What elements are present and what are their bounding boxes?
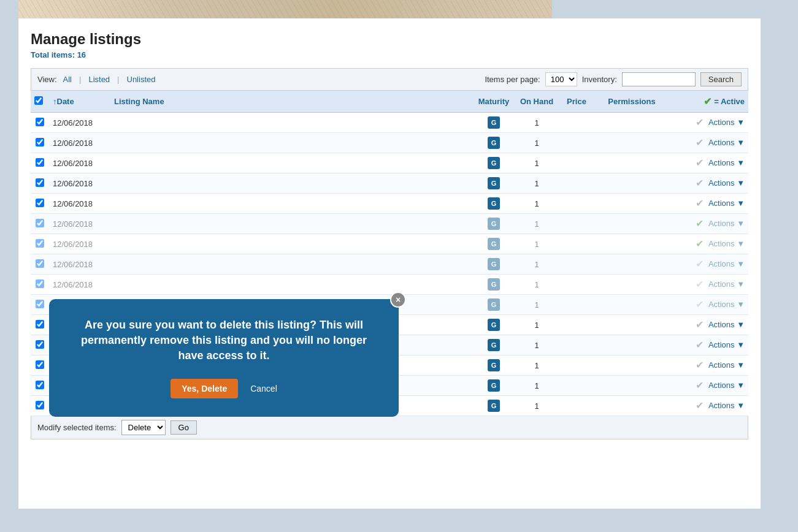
modal-close-button[interactable]: × [390,292,406,308]
row-checkbox[interactable] [36,381,44,389]
inventory-input[interactable] [622,72,696,86]
row-actions-button[interactable]: Actions ▼ [708,178,745,188]
row-on-hand: 1 [515,396,558,416]
row-actions-button[interactable]: Actions ▼ [708,239,745,248]
row-price [558,295,595,315]
yes-delete-button[interactable]: Yes, Delete [171,379,238,398]
row-maturity: G [472,335,515,355]
row-active-checkmark: ✔ [696,258,704,270]
row-checkbox[interactable] [36,300,44,308]
row-actions-button[interactable]: Actions ▼ [708,320,745,329]
row-on-hand: 1 [515,194,558,214]
modal-message: Are you sure you want to delete this lis… [74,317,374,364]
row-date: 12/06/2018 [49,194,110,214]
row-active-checkmark: ✔ [696,400,704,411]
row-maturity: G [472,254,515,275]
row-active-actions: ✔Actions ▼ [669,214,748,233]
row-maturity: G [472,376,515,396]
row-price [558,275,595,295]
select-all-checkbox[interactable] [34,96,43,105]
modal-actions: Yes, Delete Cancel [74,379,374,398]
row-checkbox[interactable] [36,259,44,268]
row-checkbox[interactable] [36,320,44,329]
row-permissions [595,133,669,153]
row-listing-name [110,275,472,295]
row-on-hand: 1 [515,275,558,295]
row-checkbox[interactable] [36,118,44,126]
table-row: 12/06/2018G1✔Actions ▼ [31,153,748,173]
cancel-link[interactable]: Cancel [250,384,277,393]
row-active-actions: ✔Actions ▼ [669,173,748,192]
row-checkbox[interactable] [36,158,44,167]
row-on-hand: 1 [515,173,558,194]
row-permissions [595,315,669,335]
row-actions-button[interactable]: Actions ▼ [708,219,745,228]
row-actions-button[interactable]: Actions ▼ [708,138,745,147]
row-actions-button[interactable]: Actions ▼ [708,300,745,309]
row-actions-button[interactable]: Actions ▼ [708,118,745,127]
footer-bar: Modify selected items: Delete Go [31,416,748,439]
row-date: 12/06/2018 [49,113,110,133]
row-checkbox[interactable] [36,178,44,187]
row-active-actions: ✔Actions ▼ [669,315,748,334]
row-actions-button[interactable]: Actions ▼ [708,199,745,208]
row-active-checkmark: ✔ [696,157,704,169]
search-button[interactable]: Search [700,72,742,86]
row-listing-name [110,234,472,254]
modify-select[interactable]: Delete [121,420,166,435]
go-button[interactable]: Go [171,420,197,435]
row-actions-button[interactable]: Actions ▼ [708,360,745,370]
row-maturity: G [472,214,515,234]
row-price [558,254,595,275]
row-maturity: G [472,173,515,194]
view-label: View: [37,75,57,84]
page-title: Manage listings [31,31,748,48]
per-page-select[interactable]: 100 [545,72,577,86]
row-on-hand: 1 [515,315,558,335]
header-on-hand: On Hand [515,91,558,113]
row-actions-button[interactable]: Actions ▼ [708,381,745,390]
row-maturity: G [472,113,515,133]
row-on-hand: 1 [515,254,558,275]
table-header-row: ↑Date Listing Name Maturity On Hand Pric… [31,91,748,113]
row-permissions [595,234,669,254]
row-checkbox[interactable] [36,401,44,409]
row-active-checkmark: ✔ [696,238,704,249]
row-maturity: G [472,295,515,315]
row-actions-button[interactable]: Actions ▼ [708,340,745,349]
table-row: 12/06/2018G1✔Actions ▼ [31,133,748,153]
row-checkbox[interactable] [36,138,44,146]
header-date[interactable]: ↑Date [49,91,110,113]
row-checkbox[interactable] [36,239,44,248]
row-date: 12/06/2018 [49,173,110,194]
row-actions-button[interactable]: Actions ▼ [708,259,745,268]
row-active-checkmark: ✔ [696,379,704,391]
row-on-hand: 1 [515,376,558,396]
row-actions-button[interactable]: Actions ▼ [708,279,745,289]
table-row: 12/06/2018G1✔Actions ▼ [31,113,748,133]
row-checkbox[interactable] [36,279,44,288]
row-on-hand: 1 [515,214,558,234]
view-unlisted-link[interactable]: Unlisted [127,75,156,84]
row-on-hand: 1 [515,153,558,173]
row-permissions [595,113,669,133]
row-listing-name [110,173,472,194]
active-checkmark-icon: ✔ [704,96,712,107]
row-active-actions: ✔Actions ▼ [669,355,748,374]
row-actions-button[interactable]: Actions ▼ [708,158,745,167]
row-checkbox[interactable] [36,360,44,369]
row-checkbox[interactable] [36,219,44,227]
view-all-link[interactable]: All [63,75,72,84]
row-active-checkmark: ✔ [696,278,704,290]
inventory-label: Inventory: [582,75,617,84]
row-permissions [595,335,669,355]
row-active-checkmark: ✔ [696,298,704,310]
view-listed-link[interactable]: Listed [88,75,110,84]
row-permissions [595,295,669,315]
row-checkbox[interactable] [36,199,44,207]
row-active-checkmark: ✔ [696,177,704,189]
row-actions-button[interactable]: Actions ▼ [708,401,745,410]
row-listing-name [110,153,472,173]
row-checkbox[interactable] [36,340,44,349]
row-date: 12/06/2018 [49,214,110,234]
